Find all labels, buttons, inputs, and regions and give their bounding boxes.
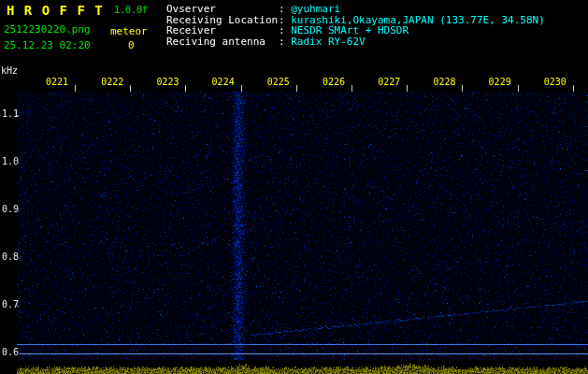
time-tick-mark: [130, 85, 131, 92]
freq-tick-mark: [17, 306, 20, 307]
freq-tick-label: 0.6: [2, 348, 19, 357]
observation-datetime: 25.12.23 02:20: [4, 40, 91, 50]
meteor-count-label: meteor: [110, 26, 148, 36]
time-tick-label: 0229: [489, 78, 511, 87]
freq-tick-label: 0.8: [2, 252, 19, 262]
time-tick-mark: [185, 85, 186, 92]
freq-tick-mark: [17, 353, 20, 354]
time-tick-label: 0227: [378, 78, 400, 87]
freq-tick-mark: [17, 163, 20, 164]
info-value: Radix RY-62V: [291, 36, 365, 48]
spectrogram-canvas: [0, 0, 588, 374]
observation-info: Ovserver: @yuhmariReceiving Location: ku…: [166, 4, 545, 47]
time-tick-mark: [241, 85, 242, 92]
time-tick-label: 0224: [212, 78, 235, 87]
app-title: H R O F F T: [7, 4, 104, 17]
freq-tick-label: 1.0: [2, 157, 19, 166]
info-colon: :: [279, 36, 291, 48]
info-label: Receiver: [166, 25, 279, 36]
time-tick-label: 0230: [544, 78, 566, 87]
freq-axis-unit-label: kHz: [1, 66, 18, 76]
time-tick-mark: [462, 85, 463, 92]
freq-tick-mark: [17, 115, 20, 116]
freq-tick-mark: [17, 210, 20, 211]
freq-tick-mark: [17, 258, 20, 259]
info-label: Reciving antenna: [166, 36, 279, 48]
time-tick-mark: [351, 85, 352, 92]
output-filename: 2512230220.png: [4, 24, 91, 35]
time-tick-mark: [573, 85, 574, 92]
time-tick-label: 0221: [46, 78, 68, 87]
time-tick-mark: [407, 85, 408, 92]
app-version: 1.0.0f: [114, 6, 148, 15]
time-tick-label: 0223: [156, 78, 179, 87]
meteor-count-value: 0: [128, 40, 135, 50]
time-tick-label: 0225: [267, 78, 290, 87]
hrofft-output-image: H R O F F T 1.0.0f 2512230220.png 25.12.…: [0, 0, 588, 374]
time-tick-label: 0226: [323, 78, 345, 87]
time-tick-label: 0228: [433, 78, 455, 87]
freq-tick-label: 0.7: [2, 300, 19, 309]
freq-tick-label: 1.1: [2, 109, 19, 119]
time-tick-mark: [296, 85, 297, 92]
info-row: Reciving antenna: Radix RY-62V: [166, 36, 545, 48]
time-tick-mark: [518, 85, 519, 92]
time-tick-mark: [75, 85, 76, 92]
time-tick-label: 0222: [101, 78, 123, 87]
freq-tick-label: 0.9: [2, 205, 19, 214]
info-label: Ovserver: [166, 4, 279, 15]
